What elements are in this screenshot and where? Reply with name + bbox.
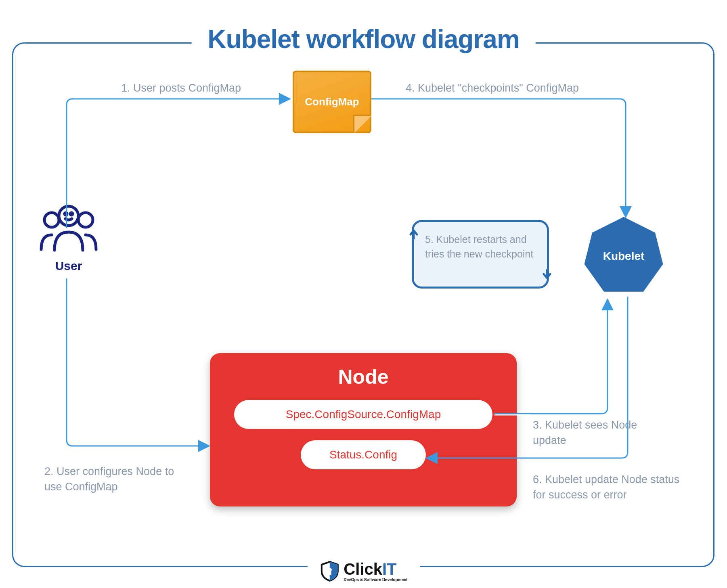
user-node: User [34, 202, 103, 273]
svg-point-4 [70, 213, 73, 215]
arrow-down-icon [542, 269, 552, 280]
svg-point-1 [44, 213, 59, 227]
step-3-label: 3. Kubelet sees Node update [533, 418, 638, 448]
node-box: Node Spec.ConfigSource.ConfigMap Status.… [210, 353, 517, 506]
step-6-label: 6. Kubelet update Node status for succes… [533, 472, 694, 503]
configmap-label: ConfigMap [305, 96, 359, 108]
kubelet-label: Kubelet [603, 250, 645, 263]
kubelet-node: Kubelet [583, 216, 664, 297]
status-config-pill: Status.Config [301, 440, 426, 469]
shield-icon [319, 560, 339, 582]
logo-tagline: DevOps & Software Development [344, 578, 407, 582]
svg-point-0 [59, 206, 78, 226]
restart-box: 5. Kubelet restarts and tries the new ch… [412, 220, 549, 289]
svg-rect-7 [328, 571, 331, 575]
svg-point-3 [65, 213, 67, 215]
restart-text: 5. Kubelet restarts and tries the new ch… [425, 234, 533, 259]
logo-brand-a: Click [344, 560, 382, 578]
step-4-label: 4. Kubelet "checkpoints" ConfigMap [406, 81, 579, 96]
diagram-title: Kubelet workflow diagram [191, 24, 536, 54]
spec-config-pill: Spec.ConfigSource.ConfigMap [234, 400, 492, 429]
step-2-label: 2. User configures Node to use ConfigMap [44, 464, 194, 495]
configmap-node: ConfigMap [293, 71, 371, 133]
logo-text: ClickIT [344, 560, 396, 578]
heptagon-icon: Kubelet [585, 217, 663, 296]
node-title: Node [226, 365, 501, 389]
arrow-up-icon [409, 228, 419, 239]
logo: ClickIT DevOps & Software Development [307, 560, 419, 582]
svg-point-2 [78, 213, 93, 227]
users-icon [36, 202, 101, 254]
user-label: User [34, 259, 103, 273]
logo-brand-b: IT [382, 560, 397, 578]
step-1-label: 1. User posts ConfigMap [121, 81, 241, 96]
